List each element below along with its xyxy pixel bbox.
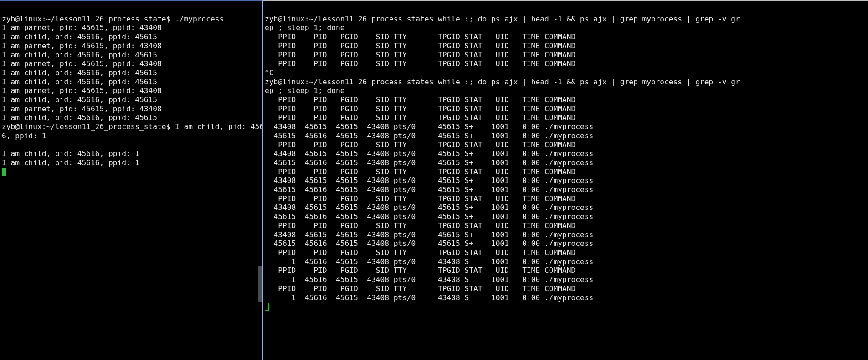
ps-header: PPID PID PGID SID TTY TPGID STAT UID TIM…: [265, 32, 575, 41]
output-line: I am parnet, pid: 45615, ppid: 43408: [2, 86, 162, 95]
ps-header: PPID PID PGID SID TTY TPGID STAT UID TIM…: [265, 167, 575, 176]
ps-row: 43408 45615 45615 43408 pts/0 45615 S+ 1…: [265, 230, 593, 239]
prompt-line-cont: ep ; sleep 1; done: [265, 23, 344, 32]
ps-header: PPID PID PGID SID TTY TPGID STAT UID TIM…: [265, 284, 575, 293]
ps-row: 45615 45616 45615 43408 pts/0 45615 S+ 1…: [265, 239, 593, 248]
ps-header: PPID PID PGID SID TTY TPGID STAT UID TIM…: [265, 59, 575, 68]
ps-row: 43408 45615 45615 43408 pts/0 45615 S+ 1…: [265, 176, 593, 185]
ps-header: PPID PID PGID SID TTY TPGID STAT UID TIM…: [265, 113, 575, 122]
scrollbar-left[interactable]: [258, 1, 262, 360]
ps-row: 45615 45616 45615 43408 pts/0 45615 S+ 1…: [265, 185, 593, 194]
output-line: I am child, pid: 45616, ppid: 45615: [2, 113, 157, 122]
ps-row: 43408 45615 45615 43408 pts/0 45615 S+ 1…: [265, 149, 593, 158]
ps-row: 1 45616 45615 43408 pts/0 43408 S 1001 0…: [265, 275, 593, 284]
output-line: I am parnet, pid: 45615, ppid: 43408: [2, 104, 162, 113]
ps-header: PPID PID PGID SID TTY TPGID STAT UID TIM…: [265, 194, 575, 203]
output-line: I am child, pid: 45616, ppid: 45615: [2, 95, 157, 104]
ps-header: PPID PID PGID SID TTY TPGID STAT UID TIM…: [265, 266, 575, 275]
ps-header: PPID PID PGID SID TTY TPGID STAT UID TIM…: [265, 221, 575, 230]
prompt-line-wrapped-cont: 6, ppid: 1: [2, 131, 46, 140]
output-line: I am parnet, pid: 45615, ppid: 43408: [2, 23, 162, 32]
prompt-line-cont: ep ; sleep 1; done: [265, 86, 344, 95]
prompt-line: zyb@linux:~/lesson11_26_process_state$ w…: [265, 15, 740, 23]
terminal-left-pane[interactable]: zyb@linux:~/lesson11_26_process_state$ .…: [0, 0, 263, 360]
ctrl-c: ^C: [265, 68, 274, 77]
ps-row: 45615 45616 45615 43408 pts/0 45615 S+ 1…: [265, 158, 593, 167]
ps-row: 45615 45616 45615 43408 pts/0 45615 S+ 1…: [265, 131, 593, 140]
output-line: I am parnet, pid: 45615, ppid: 43408: [2, 42, 162, 50]
ps-header: PPID PID PGID SID TTY TPGID STAT UID TIM…: [265, 95, 575, 104]
ps-header: PPID PID PGID SID TTY TPGID STAT UID TIM…: [265, 42, 575, 50]
terminal-container: zyb@linux:~/lesson11_26_process_state$ .…: [0, 0, 868, 360]
ps-header: PPID PID PGID SID TTY TPGID STAT UID TIM…: [265, 51, 575, 59]
output-line: I am child, pid: 45616, ppid: 45615: [2, 68, 157, 77]
prompt-line: zyb@linux:~/lesson11_26_process_state$ .…: [2, 15, 224, 23]
ps-row: 1 45616 45615 43408 pts/0 43408 S 1001 0…: [265, 293, 593, 302]
output-line: I am child, pid: 45616, ppid: 1: [2, 158, 139, 167]
ps-header: PPID PID PGID SID TTY TPGID STAT UID TIM…: [265, 248, 575, 257]
ps-header: PPID PID PGID SID TTY TPGID STAT UID TIM…: [265, 141, 575, 149]
scrollbar-thumb[interactable]: [258, 266, 262, 302]
output-line: I am child, pid: 45616, ppid: 1: [2, 149, 139, 158]
output-line: I am parnet, pid: 45615, ppid: 43408: [2, 59, 162, 68]
output-line: I am child, pid: 45616, ppid: 45615: [2, 78, 157, 86]
ps-row: 45615 45616 45615 43408 pts/0 45615 S+ 1…: [265, 212, 593, 221]
ps-row: 43408 45615 45615 43408 pts/0 45615 S+ 1…: [265, 122, 593, 131]
prompt-line-wrapped: zyb@linux:~/lesson11_26_process_state$ I…: [2, 122, 263, 131]
ps-header: PPID PID PGID SID TTY TPGID STAT UID TIM…: [265, 104, 575, 113]
cursor-icon: [265, 303, 269, 311]
ps-row: 1 45616 45615 43408 pts/0 43408 S 1001 0…: [265, 257, 593, 266]
left-terminal-output: zyb@linux:~/lesson11_26_process_state$ .…: [2, 15, 260, 177]
cursor-icon: [2, 168, 6, 176]
ps-row: 43408 45615 45615 43408 pts/0 45615 S+ 1…: [265, 203, 593, 212]
terminal-right-pane[interactable]: zyb@linux:~/lesson11_26_process_state$ w…: [263, 0, 868, 360]
output-line: I am child, pid: 45616, ppid: 45615: [2, 32, 157, 41]
output-line: I am child, pid: 45616, ppid: 45615: [2, 51, 157, 59]
right-terminal-output: zyb@linux:~/lesson11_26_process_state$ w…: [265, 15, 866, 311]
prompt-line: zyb@linux:~/lesson11_26_process_state$ w…: [265, 78, 740, 86]
